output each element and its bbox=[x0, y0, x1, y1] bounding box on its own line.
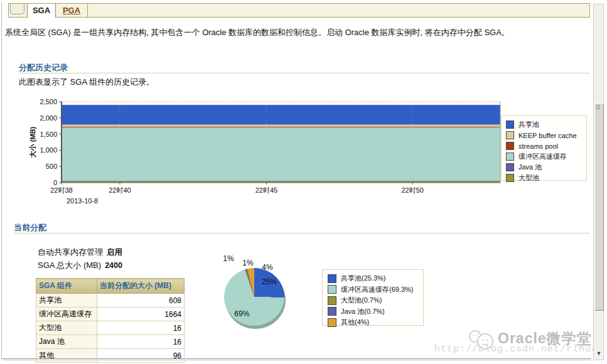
table-row: 共享池608 bbox=[36, 294, 185, 308]
legend-label: Java 池(0.7%) bbox=[341, 307, 385, 316]
legend-swatch-icon bbox=[506, 163, 514, 171]
asm-value: 启用 bbox=[107, 248, 122, 257]
area-band bbox=[62, 127, 500, 127]
component-name-cell: 缓冲区高速缓存 bbox=[36, 308, 97, 321]
svg-text:2013-10-8: 2013-10-8 bbox=[67, 197, 98, 205]
svg-text:大小 (MB): 大小 (MB) bbox=[29, 126, 36, 158]
svg-text:0: 0 bbox=[53, 179, 57, 186]
tab-strip-end-cap bbox=[10, 4, 24, 14]
legend-label: 大型池 bbox=[518, 173, 539, 183]
component-name-cell: Java 池 bbox=[36, 335, 97, 349]
table-row: 缓冲区高速缓存1664 bbox=[36, 308, 185, 321]
legend-item: 大型池 bbox=[506, 173, 586, 183]
sga-description-text: 系统全局区 (SGA) 是一组共享内存结构, 其中包含一个 Oracle 数据库… bbox=[5, 26, 588, 38]
pie-disc bbox=[224, 268, 284, 326]
current-section-title: 当前分配 bbox=[14, 222, 46, 233]
legend-item: 共享池(25.3%) bbox=[328, 273, 423, 284]
svg-text:22时40: 22时40 bbox=[109, 186, 131, 194]
svg-text:1,000: 1,000 bbox=[40, 146, 57, 154]
pie-label: 25% bbox=[262, 277, 277, 286]
legend-swatch-icon bbox=[328, 318, 336, 327]
legend-swatch-icon bbox=[328, 296, 336, 305]
pie-label: 4% bbox=[262, 263, 272, 272]
legend-swatch-icon bbox=[328, 274, 336, 283]
sga-total-size: SGA 总大小 (MB)2400 bbox=[38, 260, 122, 271]
svg-text:22时45: 22时45 bbox=[255, 186, 277, 194]
pie-label: 69% bbox=[234, 309, 249, 318]
legend-label: 缓冲区高速缓存 bbox=[518, 152, 567, 161]
legend-label: Java 池 bbox=[518, 163, 542, 172]
pie-chart-legend: 共享池(25.3%)缓冲区高速缓存(69.3%)大型池(0.7%)Java 池(… bbox=[322, 269, 424, 326]
legend-item: 其他(4%) bbox=[328, 317, 423, 328]
legend-swatch-icon bbox=[506, 120, 514, 129]
section-divider bbox=[14, 233, 590, 233]
sga-components-table: SGA 组件当前分配的大小 (MB) 共享池608缓冲区高速缓存1664大型池1… bbox=[36, 278, 185, 363]
legend-item: 大型池(0.7%) bbox=[328, 295, 423, 306]
history-section-title: 分配历史记录 bbox=[19, 62, 68, 73]
component-name-cell: 共享池 bbox=[36, 294, 97, 308]
scrollbar-down-button[interactable]: ▼ bbox=[595, 350, 603, 357]
sga-history-stacked-area-chart: 05001,0001,5002,0002,50022时3822时4022时452… bbox=[25, 93, 508, 212]
pie-label: 1% bbox=[223, 254, 234, 263]
legend-item: KEEP buffer cache bbox=[506, 130, 586, 141]
component-size-cell: 608 bbox=[97, 294, 185, 308]
scrollbar-thumb[interactable] bbox=[594, 104, 604, 311]
legend-label: 共享池 bbox=[518, 120, 539, 129]
component-size-cell: 16 bbox=[97, 321, 185, 335]
sga-total-label: SGA 总大小 (MB) bbox=[38, 260, 101, 270]
page-left-border bbox=[1, 3, 2, 359]
legend-swatch-icon bbox=[328, 307, 336, 316]
watermark-url: http://blog.csdn.net/rlhua bbox=[434, 344, 598, 355]
table-header-cell: 当前分配的大小 (MB) bbox=[97, 279, 185, 294]
asm-setting: 自动共享内存管理启用 bbox=[38, 247, 122, 258]
section-divider bbox=[19, 73, 590, 73]
legend-label: 其他(4%) bbox=[341, 318, 369, 327]
legend-item: Java 池 bbox=[506, 162, 586, 173]
pie-label: 1% bbox=[242, 259, 253, 267]
tab-sga[interactable]: SGA bbox=[27, 4, 56, 18]
legend-item: 共享池 bbox=[506, 119, 586, 130]
table-header-row: SGA 组件当前分配的大小 (MB) bbox=[36, 279, 185, 294]
legend-label: 大型池(0.7%) bbox=[341, 296, 382, 305]
legend-item: Java 池(0.7%) bbox=[328, 306, 423, 318]
table-row: 大型池16 bbox=[36, 321, 185, 335]
history-chart-legend: 共享池KEEP buffer cachestreams pool缓冲区高速缓存J… bbox=[501, 115, 587, 181]
asm-label: 自动共享内存管理 bbox=[38, 247, 103, 257]
sga-memory-page: SGA PGA 系统全局区 (SGA) 是一组共享内存结构, 其中包含一个 Or… bbox=[0, 0, 607, 364]
svg-text:2,000: 2,000 bbox=[40, 114, 57, 122]
area-band bbox=[62, 125, 500, 127]
legend-label: 缓冲区高速缓存(69.3%) bbox=[341, 285, 414, 294]
component-name-cell: 大型池 bbox=[36, 321, 97, 335]
svg-text:22时50: 22时50 bbox=[401, 186, 423, 194]
component-size-cell: 1664 bbox=[97, 308, 185, 321]
tab-strip bbox=[8, 3, 590, 18]
tab-pga[interactable]: PGA bbox=[56, 4, 88, 17]
scrollbar-thumb-grip bbox=[596, 105, 600, 110]
vertical-scrollbar[interactable]: ▼ bbox=[593, 4, 604, 360]
tab-pga-link[interactable]: PGA bbox=[63, 6, 80, 15]
svg-text:1,500: 1,500 bbox=[40, 131, 57, 138]
table-header-cell: SGA 组件 bbox=[36, 279, 97, 294]
area-band bbox=[62, 105, 500, 124]
table-row: Java 池16 bbox=[36, 335, 185, 349]
sga-total-value: 2400 bbox=[105, 261, 122, 270]
legend-label: streams pool bbox=[518, 142, 558, 150]
legend-swatch-icon bbox=[328, 285, 336, 294]
legend-swatch-icon bbox=[506, 174, 514, 182]
legend-item: 缓冲区高速缓存 bbox=[506, 151, 586, 162]
legend-label: 共享池(25.3%) bbox=[341, 274, 386, 283]
legend-label: KEEP buffer cache bbox=[518, 132, 577, 139]
svg-text:2,500: 2,500 bbox=[40, 98, 57, 105]
page-bottom-border bbox=[2, 358, 591, 361]
area-band bbox=[62, 127, 500, 181]
area-band bbox=[62, 181, 500, 181]
component-size-cell: 16 bbox=[97, 335, 185, 349]
legend-swatch-icon bbox=[506, 142, 514, 150]
legend-swatch-icon bbox=[506, 153, 514, 161]
legend-item: streams pool bbox=[506, 141, 586, 151]
current-allocation-pie-chart: 25%69%1%1%4% bbox=[207, 250, 320, 347]
legend-item: 缓冲区高速缓存(69.3%) bbox=[328, 284, 423, 296]
history-section-subtitle: 此图表显示了 SGA 组件的历史记录。 bbox=[19, 77, 154, 88]
legend-swatch-icon bbox=[506, 131, 514, 139]
svg-text:22时38: 22时38 bbox=[50, 186, 72, 194]
